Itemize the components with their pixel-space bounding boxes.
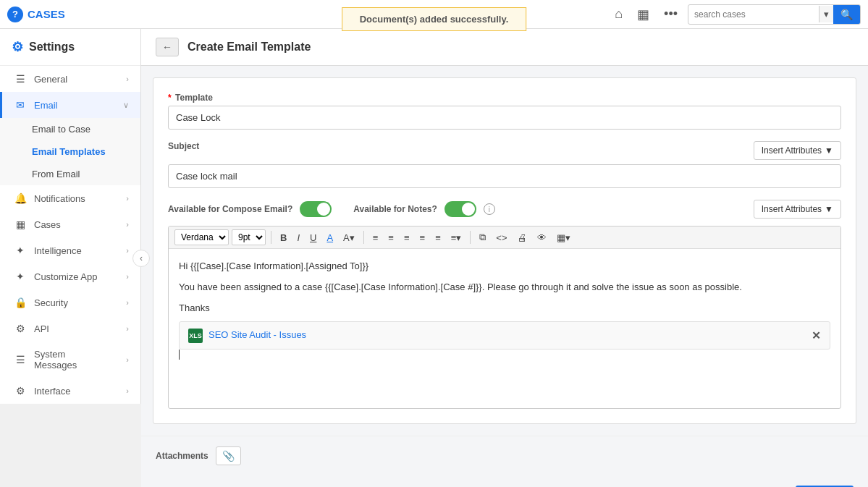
main-content: ← Create Email Template * Template Subje… (141, 29, 868, 487)
interface-icon: ⚙ (14, 385, 27, 397)
toolbar-divider-2 (363, 231, 364, 244)
search-bar: ▾ 🔍 (688, 4, 861, 25)
attachment-close-button[interactable]: ✕ (812, 329, 821, 342)
attachment-link[interactable]: SEO Site Audit - Issues (208, 328, 306, 343)
email-editor: Verdana 9pt B I U A A▾ ≡ ≡ ≡ ≡ ≡ (168, 226, 841, 409)
more-button[interactable]: ••• (661, 4, 681, 25)
settings-icon: ⚙ (12, 39, 23, 55)
brand-icon: ? (7, 7, 23, 22)
sidebar-item-label: Security (34, 297, 119, 308)
print-button[interactable]: 🖨 (514, 230, 531, 245)
sidebar-item-interface[interactable]: ⚙ Interface › (0, 378, 140, 404)
highlight-button[interactable]: A▾ (340, 230, 358, 245)
attachments-label: Attachments (156, 451, 208, 461)
notes-group: Available for Notes? i (353, 201, 495, 217)
system-messages-icon: ☰ (14, 354, 27, 365)
code-button[interactable]: <> (492, 230, 510, 245)
sidebar-item-label: Cases (34, 219, 119, 230)
back-button[interactable]: ← (156, 38, 179, 56)
attachment-card: XLS SEO Site Audit - Issues ✕ (179, 321, 830, 350)
link-button[interactable]: ⧉ (476, 229, 489, 245)
align-center-button[interactable]: ≡ (384, 230, 397, 245)
font-size-select[interactable]: 9pt (232, 229, 266, 245)
bold-button[interactable]: B (277, 230, 290, 245)
interface-arrow: › (126, 386, 129, 395)
sidebar-item-label: API (34, 323, 119, 334)
cursor (179, 350, 180, 360)
customize-arrow: › (126, 272, 129, 281)
form-container: * Template Subject Insert Attributes ▼ (153, 77, 856, 424)
sidebar-item-intelligence[interactable]: ✦ Intelligence › (0, 237, 140, 263)
sidebar-item-api[interactable]: ⚙ API › (0, 316, 140, 342)
subject-input[interactable] (168, 164, 841, 188)
bullet-list-button[interactable]: ≡ (431, 230, 444, 245)
subject-row: Subject Insert Attributes ▼ (168, 141, 841, 160)
editor-line-3: Thanks (179, 301, 830, 316)
intelligence-arrow: › (126, 246, 129, 255)
notifications-icon: 🔔 (14, 192, 27, 204)
align-left-button[interactable]: ≡ (369, 230, 382, 245)
editor-body[interactable]: Hi {{[Case].[Case Information].[Assigned… (169, 249, 840, 408)
insert-attributes-button-body[interactable]: Insert Attributes ▼ (754, 200, 841, 219)
subject-label: Subject (168, 141, 199, 151)
attachments-section: Attachments 📎 (141, 436, 868, 475)
sidebar-subitem-from-email[interactable]: From Email (0, 163, 140, 185)
api-icon: ⚙ (14, 323, 27, 334)
email-arrow: ∨ (123, 101, 129, 110)
sidebar-item-security[interactable]: 🔒 Security › (0, 289, 140, 316)
font-family-select[interactable]: Verdana (174, 229, 229, 245)
sidebar-item-customize-app[interactable]: ✦ Customize App › (0, 263, 140, 289)
home-button[interactable]: ⌂ (612, 4, 625, 25)
brand: ? CASES (7, 7, 65, 22)
sidebar-item-general[interactable]: ☰ General › (0, 66, 140, 92)
system-messages-arrow: › (126, 355, 129, 364)
search-dropdown[interactable]: ▾ (819, 6, 833, 22)
template-label: * Template (168, 93, 841, 103)
email-sub-menu: Email to Case Email Templates From Email (0, 118, 140, 185)
editor-line-1: Hi {{[Case].[Case Information].[Assigned… (179, 259, 830, 274)
layout: ⚙ Settings ☰ General › ✉ Email ∨ Email t… (0, 29, 868, 487)
compose-email-toggle[interactable] (300, 201, 332, 217)
intelligence-icon: ✦ (14, 245, 27, 256)
chart-button[interactable]: ▦ (634, 4, 652, 25)
top-nav: ? CASES Document(s) added successfully. … (0, 0, 868, 29)
text-color-button[interactable]: A (323, 230, 337, 245)
sidebar-item-label: General (34, 74, 119, 85)
preview-button[interactable]: 👁 (534, 230, 550, 245)
template-group: * Template (168, 93, 841, 130)
underline-button[interactable]: U (306, 230, 320, 245)
search-button[interactable]: 🔍 (833, 5, 860, 24)
align-right-button[interactable]: ≡ (400, 230, 413, 245)
insert-attributes-button-subject[interactable]: Insert Attributes ▼ (754, 141, 841, 160)
notes-label: Available for Notes? (353, 204, 437, 214)
customize-icon: ✦ (14, 271, 27, 282)
email-icon: ✉ (14, 99, 27, 111)
justify-button[interactable]: ≡ (416, 230, 429, 245)
search-input[interactable] (688, 7, 819, 22)
compose-email-group: Available for Compose Email? (168, 201, 332, 217)
footer-actions: Cancel Create (141, 475, 868, 487)
notifications-arrow: › (126, 194, 129, 203)
sidebar-item-notifications[interactable]: 🔔 Notifications › (0, 185, 140, 211)
italic-button[interactable]: I (293, 230, 303, 245)
sidebar-item-system-messages[interactable]: ☰ SystemMessages › (0, 342, 140, 378)
sidebar-item-cases[interactable]: ▦ Cases › (0, 211, 140, 237)
cases-icon: ▦ (14, 219, 27, 230)
sidebar-title: Settings (29, 41, 75, 54)
template-input[interactable] (168, 106, 841, 130)
sidebar-wrapper: ⚙ Settings ☰ General › ✉ Email ∨ Email t… (0, 29, 141, 487)
sidebar-item-label: Interface (34, 386, 119, 397)
sidebar-subitem-email-templates[interactable]: Email Templates (0, 140, 140, 163)
xls-icon: XLS (188, 329, 203, 343)
notes-toggle[interactable] (444, 201, 476, 217)
success-banner: Document(s) added successfully. (342, 7, 527, 31)
compose-email-label: Available for Compose Email? (168, 204, 292, 214)
attach-file-button[interactable]: 📎 (216, 446, 241, 465)
sidebar-item-email[interactable]: ✉ Email ∨ (0, 92, 140, 118)
sidebar-item-label: Email (34, 100, 116, 111)
sidebar-subitem-email-to-case[interactable]: Email to Case (0, 118, 140, 140)
notes-info-icon[interactable]: i (484, 203, 495, 215)
table-button[interactable]: ▦▾ (553, 230, 574, 245)
sidebar-collapse-button[interactable]: ‹ (132, 250, 150, 267)
number-list-button[interactable]: ≡▾ (447, 230, 465, 245)
